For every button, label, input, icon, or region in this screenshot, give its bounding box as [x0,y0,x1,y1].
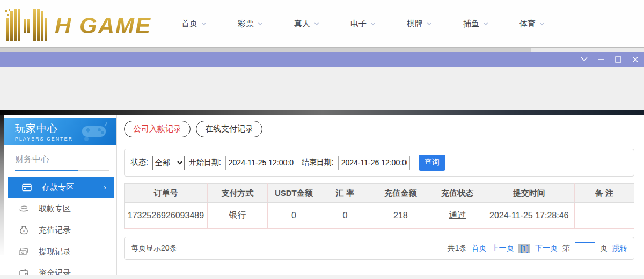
col-recharge-amount: 充值金额 [370,184,431,203]
cell-usdt-amount: 0 [267,203,320,229]
first-page-link[interactable]: 首页 [471,244,486,253]
close-icon[interactable] [627,52,644,67]
nav-item-fishing[interactable]: 捕鱼 [463,19,488,29]
money-bag-icon: ¥ [18,226,29,235]
site-header: H GAME 首页 彩票 真人 电子 棋牌 [0,0,644,47]
end-date-label: 结束日期: [302,158,334,167]
cell-submit-time: 2024-11-25 17:28:46 [484,203,574,229]
cell-exchange-rate: 0 [320,203,370,229]
total-count: 共1条 [448,244,467,253]
chevron-down-icon [258,21,263,26]
nav-label: 棋牌 [407,19,423,29]
nav-item-sports[interactable]: 体育 [519,19,545,29]
menu-label: 提现记录 [39,247,71,257]
start-date-input[interactable] [225,156,297,170]
nav-label: 真人 [294,19,310,29]
nav-item-lottery[interactable]: 彩票 [238,19,263,29]
jump-prefix-label: 第 [562,244,570,253]
nav-item-slots[interactable]: 电子 [350,19,376,29]
col-recharge-status: 充值状态 [431,184,484,203]
jump-link[interactable]: 跳转 [612,244,627,253]
sidebar-item-deposit-zone[interactable]: 存款专区 › [8,177,114,198]
records-table: 订单号 支付方式 USDT金额 汇 率 充值金额 充值状态 提交时间 备 注 1… [124,183,634,229]
empty-gray-region [0,67,644,110]
section-underline [15,170,109,171]
gamepad-icon [79,122,109,141]
sidebar-item-withdraw-zone[interactable]: 取款专区 [4,198,116,219]
jump-suffix-label: 页 [600,244,608,253]
nav-label: 彩票 [238,19,254,29]
next-page-link[interactable]: 下一页 [535,244,558,253]
col-payment-method: 支付方式 [207,184,267,203]
svg-text:¥: ¥ [23,229,25,233]
chevron-down-icon [370,21,376,26]
menu-label: 存款专区 [42,182,74,193]
bottom-strip [0,275,644,279]
collapse-chevron-icon[interactable] [575,52,592,67]
chevron-down-icon [314,21,319,26]
per-page-text: 每页显示20条 [131,244,177,253]
horizontal-scrollbar[interactable] [0,47,644,52]
chevron-right-icon: › [104,183,106,192]
current-page-indicator: [1] [518,244,530,253]
pager: 共1条 首页 上一页 [1] 下一页 第 页 跳转 [448,242,627,254]
window-titlebar [0,52,644,67]
main-panel: 公司入款记录 在线支付记录 状态: 全部 开始日期: 结束日期: 查询 [118,115,644,275]
sidebar-menu: 存款专区 › 取款专区 ¥ 充值记录 [4,177,116,279]
page: H GAME 首页 彩票 真人 电子 棋牌 [0,0,644,279]
chevron-down-icon [427,21,432,26]
status-select[interactable]: 全部 [152,156,185,170]
sidebar-item-recharge-records[interactable]: ¥ 充值记录 [4,219,116,241]
sidebar-section-title: 财务中心 [15,154,116,165]
nav-label: 电子 [350,19,367,29]
cell-remark [574,203,634,229]
prev-page-link[interactable]: 上一页 [491,244,514,253]
table-header-row: 订单号 支付方式 USDT金额 汇 率 充值金额 充值状态 提交时间 备 注 [125,184,634,203]
nav-item-board-games[interactable]: 棋牌 [407,19,432,29]
tab-online-payment-records[interactable]: 在线支付记录 [196,121,262,137]
deposit-card-icon [21,183,32,192]
col-order-id: 订单号 [125,184,208,203]
cell-order-id: 1732526926093489 [125,203,208,229]
sidebar-item-withdrawal-records[interactable]: 提现记录 [4,241,116,262]
chevron-down-icon [483,21,488,26]
nav-label: 体育 [519,19,536,29]
col-exchange-rate: 汇 率 [320,184,370,203]
dark-divider-strip [0,110,644,115]
chevron-down-icon [539,21,545,26]
tab-company-deposit-records[interactable]: 公司入款记录 [124,121,191,137]
chevron-down-icon [201,21,207,26]
menu-label: 取款专区 [39,204,71,214]
menu-label: 充值记录 [39,225,71,236]
withdraw-hand-icon [18,205,29,212]
record-tabs: 公司入款记录 在线支付记录 [124,121,634,137]
cell-recharge-amount: 218 [370,203,431,229]
nav-label: 首页 [181,19,197,29]
sidebar: 玩家中心 PLAYERS CENTER 财务中心 存款专区 [4,115,117,275]
main-nav: 首页 彩票 真人 电子 棋牌 捕鱼 [181,19,545,29]
col-submit-time: 提交时间 [484,184,574,203]
status-label: 状态: [131,158,148,167]
banknote-icon [18,248,29,255]
minimize-icon[interactable] [592,52,610,67]
maximize-icon[interactable] [610,52,627,67]
nav-item-home[interactable]: 首页 [181,19,207,29]
page-jump-input[interactable] [575,242,595,254]
content-area: 玩家中心 PLAYERS CENTER 财务中心 存款专区 [0,115,644,275]
left-edge-shadow [0,115,4,255]
logo-h-glyph [5,9,55,42]
cell-recharge-status[interactable]: 通过 [431,203,484,229]
end-date-input[interactable] [338,156,410,170]
pagination-panel: 每页显示20条 共1条 首页 上一页 [1] 下一页 第 页 跳转 [124,237,634,260]
nav-item-live[interactable]: 真人 [294,19,319,29]
filter-panel: 状态: 全部 开始日期: 结束日期: 查询 [124,149,634,177]
logo-text: H GAME [55,9,151,42]
table-row: 1732526926093489 银行 0 0 218 通过 2024-11-2… [125,203,634,229]
search-button[interactable]: 查询 [419,155,445,171]
col-remark: 备 注 [574,184,634,203]
col-usdt-amount: USDT金额 [267,184,320,203]
sidebar-header: 玩家中心 PLAYERS CENTER [4,118,116,145]
nav-label: 捕鱼 [463,19,479,29]
logo[interactable]: H GAME [5,5,156,42]
start-date-label: 开始日期: [189,158,221,167]
